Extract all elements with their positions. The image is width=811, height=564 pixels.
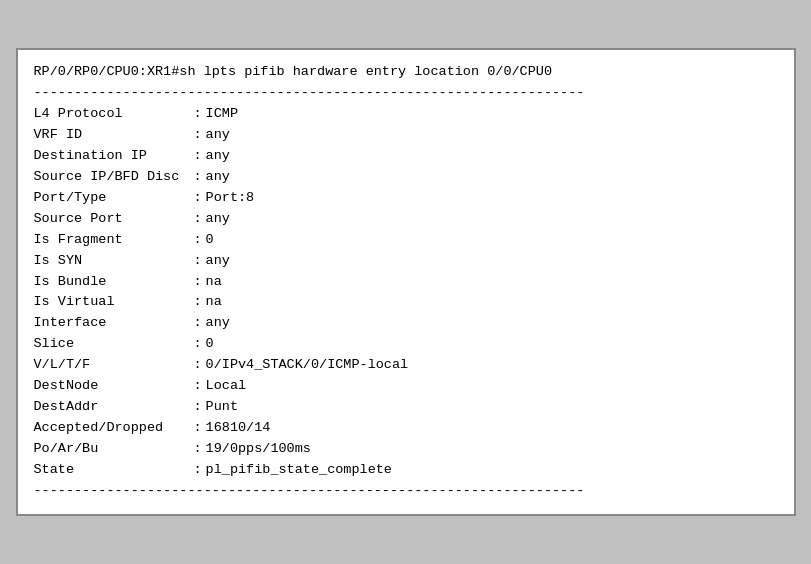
- field-row-2: Destination IP : any: [34, 146, 778, 167]
- field-row-11: Slice : 0: [34, 334, 778, 355]
- field-sep-9: :: [194, 292, 202, 313]
- field-row-15: Accepted/Dropped: 16810/14: [34, 418, 778, 439]
- field-value-3: any: [206, 167, 230, 188]
- field-name-15: Accepted/Dropped: [34, 418, 194, 439]
- field-row-10: Interface : any: [34, 313, 778, 334]
- field-sep-2: :: [194, 146, 202, 167]
- field-name-4: Port/Type: [34, 188, 194, 209]
- field-name-17: State: [34, 460, 194, 481]
- field-name-3: Source IP/BFD Disc: [34, 167, 194, 188]
- field-name-2: Destination IP: [34, 146, 194, 167]
- bottom-divider: ----------------------------------------…: [34, 481, 778, 502]
- field-row-3: Source IP/BFD Disc: any: [34, 167, 778, 188]
- field-sep-6: :: [194, 230, 202, 251]
- field-name-0: L4 Protocol: [34, 104, 194, 125]
- field-row-4: Port/Type : Port:8: [34, 188, 778, 209]
- field-sep-14: :: [194, 397, 202, 418]
- field-sep-10: :: [194, 313, 202, 334]
- field-row-12: V/L/T/F : 0/IPv4_STACK/0/ICMP-local: [34, 355, 778, 376]
- field-value-13: Local: [206, 376, 247, 397]
- field-sep-11: :: [194, 334, 202, 355]
- field-row-6: Is Fragment : 0: [34, 230, 778, 251]
- field-row-5: Source Port : any: [34, 209, 778, 230]
- field-sep-15: :: [194, 418, 202, 439]
- field-sep-1: :: [194, 125, 202, 146]
- field-value-2: any: [206, 146, 230, 167]
- field-name-8: Is Bundle: [34, 272, 194, 293]
- field-value-4: Port:8: [206, 188, 255, 209]
- field-sep-12: :: [194, 355, 202, 376]
- field-name-12: V/L/T/F: [34, 355, 194, 376]
- field-sep-8: :: [194, 272, 202, 293]
- field-row-1: VRF ID : any: [34, 125, 778, 146]
- field-value-15: 16810/14: [206, 418, 271, 439]
- field-value-7: any: [206, 251, 230, 272]
- field-row-14: DestAddr : Punt: [34, 397, 778, 418]
- field-row-0: L4 Protocol : ICMP: [34, 104, 778, 125]
- field-name-1: VRF ID: [34, 125, 194, 146]
- field-row-17: State : pl_pifib_state_complete: [34, 460, 778, 481]
- field-row-8: Is Bundle : na: [34, 272, 778, 293]
- field-value-1: any: [206, 125, 230, 146]
- field-value-12: 0/IPv4_STACK/0/ICMP-local: [206, 355, 409, 376]
- field-value-8: na: [206, 272, 222, 293]
- field-row-13: DestNode : Local: [34, 376, 778, 397]
- field-value-11: 0: [206, 334, 214, 355]
- field-value-0: ICMP: [206, 104, 238, 125]
- field-sep-0: :: [194, 104, 202, 125]
- fields-container: L4 Protocol : ICMPVRF ID : anyDestinatio…: [34, 104, 778, 481]
- terminal-output: RP/0/RP0/CPU0:XR1#sh lpts pifib hardware…: [16, 48, 796, 515]
- field-value-17: pl_pifib_state_complete: [206, 460, 392, 481]
- field-value-5: any: [206, 209, 230, 230]
- field-name-11: Slice: [34, 334, 194, 355]
- field-row-16: Po/Ar/Bu : 19/0pps/100ms: [34, 439, 778, 460]
- field-row-7: Is SYN : any: [34, 251, 778, 272]
- field-sep-7: :: [194, 251, 202, 272]
- field-sep-5: :: [194, 209, 202, 230]
- top-divider: ----------------------------------------…: [34, 83, 778, 104]
- prompt-line: RP/0/RP0/CPU0:XR1#sh lpts pifib hardware…: [34, 62, 778, 83]
- field-sep-13: :: [194, 376, 202, 397]
- field-name-14: DestAddr: [34, 397, 194, 418]
- field-name-13: DestNode: [34, 376, 194, 397]
- field-sep-4: :: [194, 188, 202, 209]
- field-name-6: Is Fragment: [34, 230, 194, 251]
- field-name-16: Po/Ar/Bu: [34, 439, 194, 460]
- field-value-6: 0: [206, 230, 214, 251]
- field-sep-3: :: [194, 167, 202, 188]
- field-name-9: Is Virtual: [34, 292, 194, 313]
- field-value-9: na: [206, 292, 222, 313]
- field-value-14: Punt: [206, 397, 238, 418]
- field-value-16: 19/0pps/100ms: [206, 439, 311, 460]
- field-row-9: Is Virtual : na: [34, 292, 778, 313]
- field-sep-17: :: [194, 460, 202, 481]
- field-sep-16: :: [194, 439, 202, 460]
- field-value-10: any: [206, 313, 230, 334]
- field-name-5: Source Port: [34, 209, 194, 230]
- field-name-7: Is SYN: [34, 251, 194, 272]
- field-name-10: Interface: [34, 313, 194, 334]
